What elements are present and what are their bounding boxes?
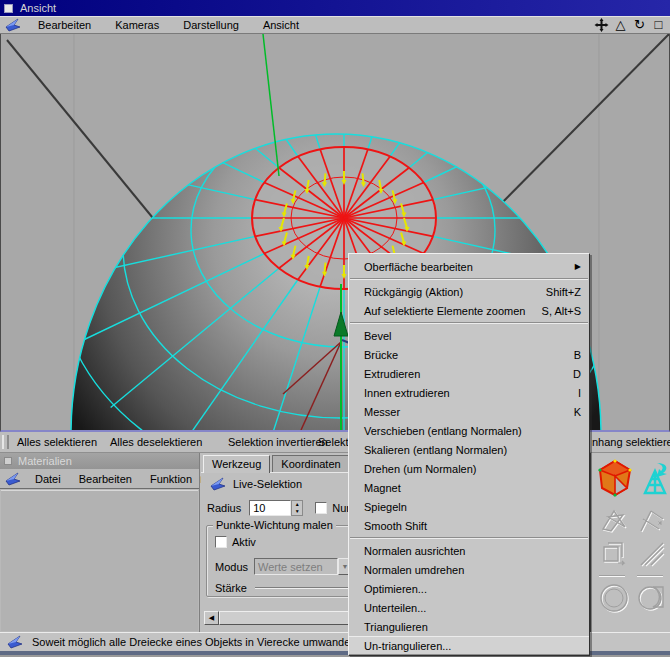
point-weighting-title: Punkte-Wichtung malen [213,519,336,531]
menu-separator [350,322,588,324]
menu-item-extrudieren[interactable]: Extrudieren D [349,364,589,383]
staerke-label: Stärke [215,582,247,594]
materials-list-area[interactable] [1,490,198,631]
tab-koordinaten[interactable]: Koordinaten [272,455,349,472]
tool-panel-tabs: Werkzeug Koordinaten [203,455,352,472]
materials-menubar: Datei Bearbeiten Funktion ▶ [0,469,199,489]
disabled-tool-icon[interactable] [637,539,667,569]
menu-item-verschieben-normalen[interactable]: Verschieben (entlang Normalen) [349,421,589,440]
palette-separator [599,575,625,577]
shortcut-label: K [564,406,581,418]
disabled-tool-icon[interactable] [599,539,629,569]
window-system-icon[interactable] [4,4,13,13]
materials-menu-bearbeiten[interactable]: Bearbeiten [70,473,141,485]
status-text: Soweit möglich alle Dreiecke eines Objek… [32,636,359,648]
menu-darstellung[interactable]: Darstellung [171,19,251,31]
app-pointer-icon [4,18,22,32]
app-pointer-icon [6,635,24,649]
menu-ansicht[interactable]: Ansicht [251,19,311,31]
materials-system-icon[interactable] [4,457,12,465]
aktiv-label: Aktiv [232,536,256,548]
disabled-circle-tool-icon[interactable] [597,581,631,615]
radius-label: Radius [207,502,241,514]
menu-item-rueckgaengig[interactable]: Rückgängig (Aktion) Shift+Z [349,282,589,301]
scroll-left-icon[interactable]: ◀ [204,611,219,625]
menu-separator [350,537,588,539]
menu-item-spiegeln[interactable]: Spiegeln [349,497,589,516]
modus-value: Werte setzen [258,561,323,572]
deselect-all-button[interactable]: Alles deselektieren [110,436,202,448]
stepper-up-icon[interactable]: ▲ [292,501,302,508]
menu-item-innen-extrudieren[interactable]: Innen extrudieren I [349,383,589,402]
selection-button-truncated[interactable]: Selekt [318,436,349,448]
menu-item-optimieren[interactable]: Optimieren... [349,579,589,598]
rotate-view-icon[interactable]: ↻ [632,18,647,32]
menu-bearbeiten[interactable]: Bearbeiten [26,19,103,31]
materials-menu-funktion[interactable]: Funktion [141,473,201,485]
menu-item-normalen-umdrehen[interactable]: Normalen umdrehen [349,560,589,579]
materials-title: Materialien [18,455,72,467]
app-pointer-icon [209,477,227,491]
active-tool-header: Live-Selektion [205,477,302,491]
select-connected-button-truncated[interactable]: nhang selektiere [592,436,670,448]
context-menu: Oberfläche bearbeiten ▶ Rückgängig (Akti… [348,253,590,656]
toolbar-drag-handle[interactable] [2,435,9,449]
palette-separator [637,575,663,577]
disabled-circle-tool-icon[interactable] [635,581,669,615]
materials-menu-datei[interactable]: Datei [26,473,70,485]
disabled-tool-icon[interactable] [637,505,667,535]
menu-item-drehen-normalen[interactable]: Drehen (um Normalen) [349,459,589,478]
application-window: Ansicht Bearbeiten Kameras Darstellung A… [0,0,670,657]
menu-item-bevel[interactable]: Bevel [349,326,589,345]
only-visible-checkbox[interactable] [315,502,327,514]
menu-item-oberflaeche-bearbeiten[interactable]: Oberfläche bearbeiten ▶ [349,257,589,276]
window-title: Ansicht [20,2,56,14]
menu-item-magnet[interactable]: Magnet [349,478,589,497]
invert-selection-button[interactable]: Selektion invertieren [228,436,328,448]
shortcut-label: I [568,387,581,399]
menu-separator [350,278,588,280]
select-all-button[interactable]: Alles selektieren [17,436,97,448]
menu-item-normalen-ausrichten[interactable]: Normalen ausrichten [349,541,589,560]
menu-item-smooth-shift[interactable]: Smooth Shift [349,516,589,535]
tab-werkzeug[interactable]: Werkzeug [203,455,270,473]
tool-palette [590,453,670,632]
menu-item-auf-selektierte-zoomen[interactable]: Auf selektierte Elemente zoomen S, Alt+S [349,301,589,320]
maximize-view-icon[interactable]: □ [651,18,666,32]
app-pointer-icon [4,472,22,486]
shortcut-label: D [563,368,581,380]
menu-item-unterteilen[interactable]: Unterteilen... [349,598,589,617]
radius-row: Radius ▲ ▼ Nur s [207,500,359,516]
materials-titlebar[interactable]: Materialien [0,453,199,469]
stepper-down-icon[interactable]: ▼ [292,508,302,515]
submenu-arrow-icon: ▶ [575,262,581,271]
menu-kameras[interactable]: Kameras [103,19,171,31]
aktiv-checkbox[interactable] [215,536,227,548]
polygon-object-icon[interactable] [597,459,633,497]
scale-view-icon[interactable]: △ [613,18,628,32]
shortcut-label: Shift+Z [536,286,581,298]
active-tool-name: Live-Selektion [233,478,302,490]
menu-item-skalieren-normalen[interactable]: Skalieren (entlang Normalen) [349,440,589,459]
viewport-controls: △ ↻ □ [594,18,670,32]
menu-item-messer[interactable]: Messer K [349,402,589,421]
materials-panel: Materialien Datei Bearbeiten Funktion ▶ [0,453,200,632]
menu-item-triangulieren[interactable]: Triangulieren [349,617,589,636]
menu-item-bruecke[interactable]: Brücke B [349,345,589,364]
modus-dropdown[interactable]: Werte setzen [254,558,338,575]
menu-item-un-triangulieren[interactable]: Un-triangulieren... [349,636,589,655]
radius-input[interactable] [249,500,291,516]
shortcut-label: S, Alt+S [532,305,581,317]
modus-label: Modus [215,561,248,573]
radius-stepper[interactable]: ▲ ▼ [291,500,303,516]
shortcut-label: B [564,349,581,361]
viewport-menubar: Bearbeiten Kameras Darstellung Ansicht △… [0,16,670,34]
pan-view-icon[interactable] [594,18,609,32]
disabled-tool-icon[interactable] [599,505,629,535]
polygon-reduction-icon[interactable] [639,461,670,497]
window-titlebar[interactable]: Ansicht [0,0,670,16]
